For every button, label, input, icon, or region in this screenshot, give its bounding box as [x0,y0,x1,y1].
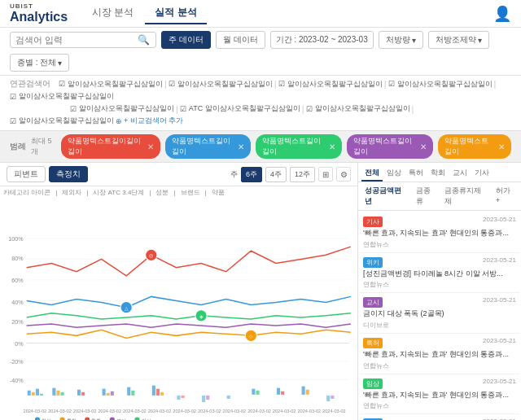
svg-text:2024-03-02: 2024-03-02 [123,409,147,413]
svg-rect-40 [40,394,43,396]
svg-text:20%: 20% [11,319,24,326]
drug-tag-2[interactable]: 약품명텍스트길이길이 ✕ [165,134,252,159]
svg-text:특허: 특허 [67,418,77,420]
news-title: '빠른 효과, 지속되는 효과' 현대인의 통증과... [363,391,516,400]
search-input[interactable] [15,35,138,45]
chart-container: 100% 80% 60% 40% 20% 0% -20% -40% [0,199,357,420]
svg-text:△: △ [125,305,129,311]
close-icon-4[interactable]: ✕ [420,142,427,151]
grid-icon[interactable]: ⊞ [318,167,333,182]
period-4w[interactable]: 4주 [265,167,287,182]
chart-controls: 주 6주 4주 12주 ⊞ ⚙ [230,167,351,182]
filter-weekly[interactable]: 주 데이터 [161,31,211,49]
news-item[interactable]: 위키 2023-05-21 [성진금액변경] 타이레놀 8시간 이알 서방...… [360,414,519,420]
nav-tab-market[interactable]: 시장 분석 [82,2,143,24]
close-icon-3[interactable]: ✕ [329,142,335,151]
drug-tag-4[interactable]: 약품명텍스트길이길이 ✕ [347,134,433,159]
drug-tag-1[interactable]: 약품명텍스트길이길이길이 ✕ [61,134,160,159]
svg-text:2024-03-02: 2024-03-02 [148,409,172,413]
news-tab-plus[interactable]: 허가+ [493,185,518,208]
settings-icon[interactable]: ⚙ [336,167,351,182]
tab-pivot[interactable]: 피변트 [7,166,46,182]
dropdown-prescription[interactable]: 처방조제약 ▾ [428,31,489,49]
svg-rect-48 [111,392,114,396]
news-source: 연합뉴스 [363,240,516,249]
legend-exclude: 제외자 [62,188,81,197]
news-item[interactable]: 위키 2023-05-21 [성진금액변경] 타이레놀 8시간 이알 서방...… [360,253,519,294]
news-tab-type2[interactable]: 금종류지제제 [441,185,492,208]
close-icon-1[interactable]: ✕ [147,142,154,151]
close-icon-2[interactable]: ✕ [238,142,244,151]
svg-text:2024-03-02: 2024-03-02 [173,409,196,413]
keyword-item-7[interactable]: ☑ ATC 알이삼사오목칠팔구십삼일이 [180,103,300,114]
keyword-item-8[interactable]: ☑ 알이삼사오목칠팔구십삼일이 [306,103,410,114]
nav-tab-performance[interactable]: 실적 분석 [145,2,206,24]
add-compare-button[interactable]: ⊕ + 비교검색어 추가 [116,116,183,126]
close-icon-5[interactable]: ✕ [498,142,505,151]
svg-text:2024-03-02: 2024-03-02 [247,409,271,413]
svg-rect-44 [77,390,81,396]
period-6w[interactable]: 6주 [241,167,262,182]
right-tab-all[interactable]: 전체 [361,166,383,182]
drug-row: 범례 최대 5개 약품명텍스트길이길이길이 ✕ 약품명텍스트길이길이 ✕ 약품명… [0,131,521,163]
news-item[interactable]: 기사 2023-05-21 '빠른 효과, 지속되는 효과' 현대인의 통증과.… [360,212,519,253]
keyword-item-4[interactable]: ☑ 알이삼사오목칠팔구십삼일이 [388,79,493,90]
svg-text:2024-03-02: 2024-03-02 [322,409,346,413]
svg-rect-42 [56,391,59,396]
keyword-item-3[interactable]: ☑ 알이삼사오목칠팔구십삼일이 [278,79,383,90]
right-tab-notice[interactable]: 교시 [449,166,471,182]
svg-rect-66 [331,396,334,399]
period-12w[interactable]: 12주 [290,167,315,182]
keyword-item-6[interactable]: ☑ 알이삼사오목칠팔구십삼일이 [70,103,174,114]
user-icon[interactable]: 👤 [493,5,511,23]
checkbox-icon: ☑ [10,117,16,125]
svg-rect-58 [227,396,230,399]
svg-rect-47 [107,393,110,396]
legend-component: 성분 [155,188,169,197]
search-box[interactable]: 🔍 [10,32,156,48]
header: UBIST Analytics 시장 분석 실적 분석 👤 [0,0,521,28]
news-tab-success[interactable]: 성공금액편년 [361,185,412,208]
svg-text:◎: ◎ [149,252,153,258]
drug-tag-5[interactable]: 약품명텍스트길이 ✕ [438,134,511,159]
svg-text:◈: ◈ [199,313,204,319]
keyword-item-5[interactable]: ☑ 알이삼사오목칠팔구십삼일이 [10,91,114,102]
news-badge: 임상 [363,378,383,389]
svg-text:기사: 기사 [142,418,151,420]
news-tab-type[interactable]: 금종류 [413,185,441,208]
logo-analytics: Analytics [10,10,68,24]
date-range: 기간 : 2023-02 ~ 2023-03 [270,31,374,49]
keyword-label: 연관검색어 [10,78,50,90]
svg-text:100%: 100% [8,236,24,243]
checkbox-icon: ☑ [306,105,313,113]
svg-rect-37 [28,391,31,396]
news-item[interactable]: 특허 2023-05-21 '빠른 효과, 지속되는 효과' 현대인의 통증과.… [360,334,519,374]
news-item[interactable]: 임상 2023-05-21 '빠른 효과, 지속되는 효과' 현대인의 통증과.… [360,374,519,415]
right-tab-news[interactable]: 기사 [471,166,493,182]
dropdown-category[interactable]: 종별 : 전체 ▾ [10,54,69,72]
svg-rect-56 [202,396,205,402]
svg-text:40%: 40% [11,300,24,306]
svg-rect-55 [182,396,185,398]
checkbox-icon: ☑ [169,80,175,88]
svg-point-71 [85,417,90,420]
right-tab-conference[interactable]: 학회 [427,166,449,182]
news-item[interactable]: 교시 2023-05-21 금이지 대상 폭독 (2골목) 디이브로 [360,293,519,334]
svg-rect-65 [326,396,330,401]
right-tab-clinical[interactable]: 임상 [383,166,405,182]
dropdown-quantity[interactable]: 처방량 ▾ [379,31,423,49]
filter-monthly[interactable]: 월 데이터 [216,31,265,49]
svg-rect-61 [277,388,280,395]
svg-rect-52 [156,389,160,396]
drug-tag-3[interactable]: 약품명텍스트길이길이 ✕ [256,134,342,159]
keyword-item-1[interactable]: ☑ 알이삼사오목칠팔구십삼일이 [59,79,163,90]
svg-text:2024-03-02: 2024-03-02 [297,409,321,413]
tab-measure[interactable]: 측정치 [49,166,88,182]
right-tab-patent[interactable]: 특허 [405,166,427,182]
keyword-item-9[interactable]: ☑ 알이삼사오목칠팔구십삼일이 [10,116,114,126]
drug-sublabel: 최대 5개 [31,136,56,157]
drug-tag-label-2: 약품명텍스트길이길이 [172,136,236,157]
news-date: 2023-05-21 [483,296,516,304]
keyword-item-2[interactable]: ☑ 알이삼사오목칠팔구십삼일이 [169,79,273,90]
drug-tag-label-3: 약품명텍스트길이길이 [262,136,326,157]
